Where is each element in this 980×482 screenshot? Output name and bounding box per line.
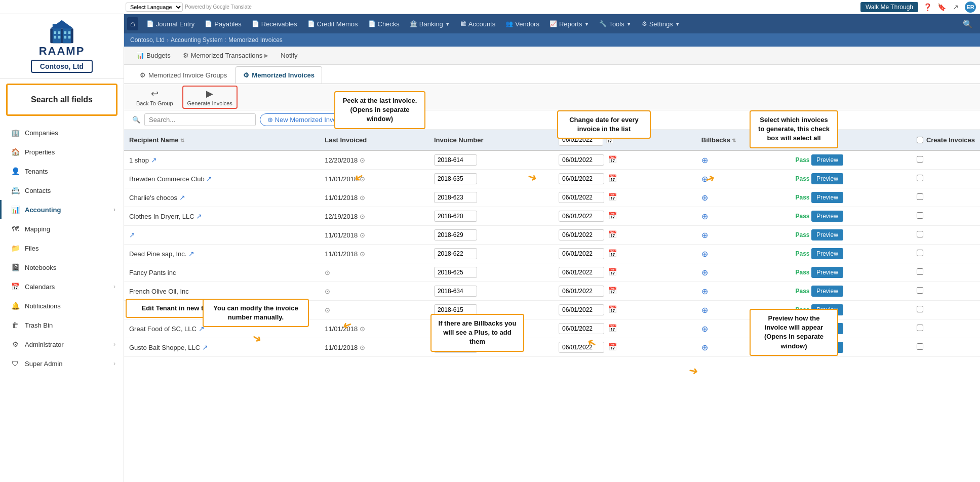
calendar-icon[interactable]: 📅 [608, 268, 617, 276]
billbacks-plus-icon[interactable]: ⊕ [701, 343, 708, 352]
create-invoice-checkbox[interactable] [917, 212, 923, 219]
invoice-number-input[interactable] [434, 173, 477, 184]
create-invoice-checkbox[interactable] [917, 287, 923, 294]
preview-button[interactable]: Preview [811, 304, 843, 315]
peek-invoice-icon[interactable]: ⊙ [360, 325, 365, 333]
header-calendar-icon[interactable]: 📅 [605, 136, 614, 144]
create-invoice-checkbox[interactable] [917, 193, 923, 200]
peek-invoice-icon[interactable]: ⊙ [360, 194, 365, 202]
billbacks-plus-icon[interactable]: ⊕ [701, 175, 708, 183]
ext-link-icon[interactable]: ↗ [151, 156, 157, 164]
sidebar-item-trash[interactable]: 🗑 Trash Bin [0, 315, 124, 335]
preview-button[interactable]: Preview [811, 211, 843, 222]
nav-search-icon[interactable]: 🔍 [959, 19, 977, 29]
calendar-icon[interactable]: 📅 [608, 287, 617, 295]
billbacks-plus-icon[interactable]: ⊕ [701, 268, 708, 277]
date-input[interactable] [559, 211, 604, 222]
billbacks-plus-icon[interactable]: ⊕ [701, 250, 708, 258]
billbacks-plus-icon[interactable]: ⊕ [701, 325, 708, 333]
subnav-notify[interactable]: Notify [275, 47, 303, 65]
create-invoice-checkbox[interactable] [917, 156, 923, 163]
ext-link-icon[interactable]: ↗ [206, 175, 212, 183]
invoice-number-input[interactable] [434, 304, 477, 315]
invoice-number-input[interactable] [434, 211, 477, 222]
sidebar-item-contacts[interactable]: 📇 Contacts [0, 181, 124, 200]
peek-invoice-icon[interactable]: ⊙ [325, 288, 330, 295]
calendar-icon[interactable]: 📅 [608, 155, 617, 164]
invoice-number-input[interactable] [434, 229, 477, 240]
date-input[interactable] [559, 267, 604, 278]
billbacks-plus-icon[interactable]: ⊕ [701, 193, 708, 202]
export-icon[interactable]: ↗ [951, 2, 961, 12]
billbacks-plus-icon[interactable]: ⊕ [701, 287, 708, 296]
sidebar-item-administrator[interactable]: ⚙ Administrator › [0, 335, 124, 354]
company-badge[interactable]: Contoso, Ltd [31, 60, 93, 73]
calendar-icon[interactable]: 📅 [608, 249, 617, 257]
sidebar-item-notifications[interactable]: 🔔 Notifications [0, 296, 124, 315]
peek-invoice-icon[interactable]: ⊙ [325, 306, 330, 314]
create-invoice-checkbox[interactable] [917, 268, 923, 275]
peek-invoice-icon[interactable]: ⊙ [360, 175, 365, 183]
preview-button[interactable]: Preview [811, 267, 843, 278]
sidebar-item-companies[interactable]: 🏢 Companies [0, 123, 124, 142]
calendar-icon[interactable]: 📅 [608, 193, 617, 201]
preview-button[interactable]: Preview [811, 229, 843, 240]
nav-payables[interactable]: 📄 Payables [200, 14, 246, 33]
create-all-invoices-checkbox[interactable] [917, 137, 923, 143]
invoice-number-input[interactable] [434, 192, 477, 203]
create-invoice-checkbox[interactable] [917, 250, 923, 256]
subnav-memorized-transactions[interactable]: ⚙ Memorized Transactions ▶ [177, 47, 275, 65]
subnav-budgets[interactable]: 📊 Budgets [130, 47, 177, 65]
ext-link-icon[interactable]: ↗ [196, 212, 202, 220]
sidebar-item-files[interactable]: 📁 Files [0, 238, 124, 258]
ext-link-icon[interactable]: ↗ [129, 231, 135, 239]
nav-vendors[interactable]: 👥 Vendors [500, 14, 544, 33]
billbacks-plus-icon[interactable]: ⊕ [701, 231, 708, 239]
nav-tools[interactable]: 🔧 Tools ▼ [594, 14, 636, 33]
ext-link-icon[interactable]: ↗ [202, 343, 208, 351]
date-input[interactable] [559, 304, 604, 315]
date-input[interactable] [559, 323, 604, 334]
calendar-icon[interactable]: 📅 [608, 174, 617, 182]
new-memorized-invoice-button[interactable]: ⊕ New Memorized Invoice [260, 113, 352, 126]
generate-invoices-button[interactable]: ▶ Generate Invoices [182, 86, 238, 109]
sidebar-item-superadmin[interactable]: 🛡 Super Admin › [0, 354, 124, 373]
nav-receivables[interactable]: 📄 Receivables [247, 14, 302, 33]
date-input[interactable] [559, 192, 604, 203]
billbacks-plus-icon[interactable]: ⊕ [701, 306, 708, 314]
invoice-number-input[interactable] [434, 323, 477, 334]
nav-banking[interactable]: 🏦 Banking ▼ [405, 14, 455, 33]
nav-home-icon[interactable]: ⌂ [127, 17, 138, 30]
search-input[interactable] [144, 113, 256, 126]
invoice-number-input[interactable] [434, 154, 477, 166]
sidebar-item-notebooks[interactable]: 📓 Notebooks [0, 258, 124, 277]
peek-invoice-icon[interactable]: ⊙ [360, 231, 365, 239]
language-select[interactable]: Select Language [126, 3, 183, 12]
preview-button[interactable]: Preview [811, 173, 843, 184]
calendar-icon[interactable]: 📅 [608, 324, 617, 332]
peek-invoice-icon[interactable]: ⊙ [360, 250, 365, 258]
date-input[interactable] [559, 229, 604, 240]
create-invoice-checkbox[interactable] [917, 306, 923, 312]
date-input[interactable] [559, 173, 604, 184]
calendar-icon[interactable]: 📅 [608, 230, 617, 238]
nav-credit-memos[interactable]: 📄 Credit Memos [302, 14, 363, 33]
date-input[interactable] [559, 342, 604, 353]
sidebar-item-mapping[interactable]: 🗺 Mapping [0, 219, 124, 238]
nav-checks[interactable]: 📄 Checks [363, 14, 405, 33]
invoice-number-input[interactable] [434, 286, 477, 297]
ext-link-icon[interactable]: ↗ [188, 250, 194, 258]
nav-settings[interactable]: ⚙ Settings ▼ [637, 14, 685, 33]
nav-journal-entry[interactable]: 📄 Journal Entry [141, 14, 200, 33]
tab-memorized-invoice-groups[interactable]: ⚙ Memorized Invoice Groups [132, 66, 234, 84]
peek-invoice-icon[interactable]: ⊙ [360, 344, 365, 351]
bookmark-icon[interactable]: 🔖 [936, 2, 947, 12]
peek-invoice-icon[interactable]: ⊙ [360, 156, 365, 164]
sidebar-item-accounting[interactable]: 📊 Accounting › [0, 200, 124, 219]
sidebar-item-tenants[interactable]: 👤 Tenants [0, 162, 124, 181]
date-input[interactable] [559, 154, 604, 166]
breadcrumb-company[interactable]: Contoso, Ltd [130, 36, 165, 44]
preview-button[interactable]: Preview [811, 323, 843, 334]
create-invoice-checkbox[interactable] [917, 343, 923, 350]
peek-invoice-icon[interactable]: ⊙ [360, 213, 365, 220]
